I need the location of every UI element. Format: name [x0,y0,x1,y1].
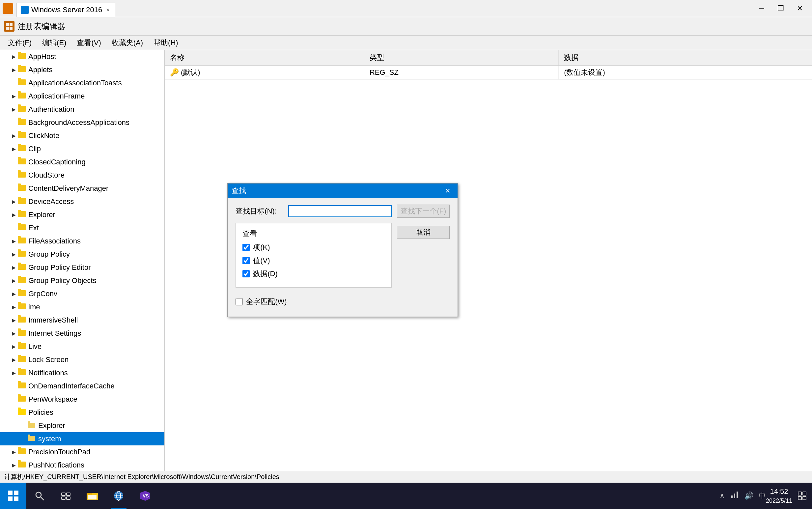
tree-item[interactable]: Ext [0,222,164,235]
check-values-input[interactable] [242,257,250,264]
tree-item[interactable]: ClosedCaptioning [0,156,164,169]
tree-item[interactable]: ▶Authentication [0,103,164,116]
cancel-button[interactable]: 取消 [397,226,450,239]
tree-arrow[interactable]: ▶ [10,198,18,206]
tree-item[interactable]: OnDemandInterfaceCache [0,379,164,393]
close-button[interactable]: ✕ [790,1,809,16]
table-row[interactable]: 🔑(默认)REG_SZ(数值未设置) [165,66,812,80]
tree-item[interactable]: ▶Clip [0,142,164,156]
tree-arrow[interactable]: ▶ [10,145,18,153]
check-data-label[interactable]: 数据(D) [253,269,278,279]
folder-icon [18,184,26,193]
menu-help[interactable]: 帮助(H) [148,36,183,50]
reg-type: REG_SZ [364,66,558,80]
maximize-button[interactable]: ❐ [771,1,790,16]
tree-arrow[interactable]: ▶ [10,250,18,258]
tree-item[interactable]: ▶Group Policy Objects [0,274,164,287]
tree-item[interactable]: ▶Live [0,340,164,353]
tree-arrow[interactable]: ▶ [10,66,18,74]
tree-arrow[interactable]: ▶ [10,448,18,456]
tree-item[interactable]: Explorer [0,419,164,432]
window-controls: ─ ❐ ✕ [752,1,809,16]
tree-arrow[interactable]: ▶ [10,303,18,311]
find-input[interactable] [288,205,392,217]
tree-arrow[interactable]: ▶ [10,316,18,324]
tree-arrow[interactable]: ▶ [10,369,18,377]
tree-item[interactable]: ▶Notifications [0,366,164,379]
taskbar-search-button[interactable] [26,483,53,509]
tree-arrow[interactable]: ▶ [10,237,18,245]
menu-view[interactable]: 查看(V) [71,36,106,50]
tree-arrow[interactable]: ▶ [10,53,18,61]
tree-item[interactable]: ▶Group Policy Editor [0,261,164,274]
start-button[interactable] [0,483,26,509]
tree-item[interactable]: ContentDeliveryManager [0,182,164,195]
find-next-button[interactable]: 查找下一个(F) [397,205,450,218]
tree-arrow[interactable]: ▶ [10,92,18,100]
main-tab[interactable]: Windows Server 2016 × [16,3,115,17]
tree-item[interactable]: ▶PushNotifications [0,459,164,471]
tree-item[interactable]: ▶Group Policy [0,248,164,261]
find-label: 查找目标(N): [236,206,288,216]
svg-rect-30 [737,491,738,498]
tree-item[interactable]: ▶AppHost [0,50,164,63]
clock[interactable]: 14:52 2022/5/11 [766,486,792,505]
menu-edit[interactable]: 编辑(E) [37,36,71,50]
check-data-input[interactable] [242,270,250,277]
tree-item[interactable]: ▶ApplicationFrame [0,90,164,103]
tree-arrow[interactable]: ▶ [10,277,18,285]
tree-item[interactable]: Policies [0,406,164,419]
find-dialog[interactable]: 查找 ✕ 查找目标(N): 查找下一个(F) 查看 项(K) [227,183,458,317]
tree-item[interactable]: ▶Applets [0,63,164,76]
menu-favorites[interactable]: 收藏夹(A) [106,36,148,50]
tree-arrow[interactable]: ▶ [10,356,18,364]
taskbar-dev[interactable]: VS [132,483,158,509]
tray-chevron[interactable]: ∧ [719,491,725,500]
action-center[interactable] [792,483,812,509]
taskbar-file-explorer[interactable] [79,483,105,509]
tree-arrow[interactable]: ▶ [10,105,18,113]
tree-arrow[interactable]: ▶ [10,264,18,271]
tab-close-btn[interactable]: × [106,7,110,13]
folder-icon [18,53,26,61]
tree-item-label: AppHost [28,53,56,61]
folder-icon [18,92,26,100]
check-items-input[interactable] [242,244,250,251]
tree-item[interactable]: ▶ime [0,301,164,314]
tree-item[interactable]: ApplicationAssociationToasts [0,76,164,90]
check-values-label[interactable]: 值(V) [253,256,270,266]
tree-item[interactable]: ▶Explorer [0,208,164,222]
tree-arrow[interactable]: ▶ [10,211,18,219]
dialog-close-button[interactable]: ✕ [442,185,454,197]
check-values-row: 值(V) [242,256,385,266]
tree-arrow[interactable]: ▶ [10,132,18,140]
tree-item[interactable]: ▶PrecisionTouchPad [0,445,164,459]
minimize-button[interactable]: ─ [752,1,771,16]
tree-item[interactable]: ▶Internet Settings [0,327,164,340]
tree-item[interactable]: PenWorkspace [0,393,164,406]
tree-item[interactable]: ▶GrpConv [0,287,164,301]
folder-icon [18,461,26,470]
tree-arrow[interactable]: ▶ [10,461,18,469]
tray-volume[interactable]: 🔊 [744,491,753,500]
tree-arrow[interactable]: ▶ [10,343,18,350]
svg-rect-34 [803,497,806,500]
tree-item[interactable]: ▶FileAssociations [0,235,164,248]
tree-item[interactable]: BackgroundAccessApplications [0,116,164,129]
whole-word-label[interactable]: 全字匹配(W) [246,297,287,307]
tree-item[interactable]: system [0,432,164,445]
tray-ime[interactable]: 中 [758,491,766,501]
tree-item[interactable]: ▶Lock Screen [0,353,164,366]
tree-item[interactable]: ▶ClickNote [0,129,164,142]
whole-word-input[interactable] [236,298,243,305]
tree-item[interactable]: ▶DeviceAccess [0,195,164,208]
menu-file[interactable]: 文件(F) [3,36,37,50]
tree-arrow[interactable]: ▶ [10,330,18,337]
task-view-button[interactable] [53,483,79,509]
tray-network[interactable] [730,490,739,501]
tree-item[interactable]: CloudStore [0,169,164,182]
tree-item[interactable]: ▶ImmersiveShell [0,314,164,327]
check-items-label[interactable]: 项(K) [253,242,270,252]
tree-arrow[interactable]: ▶ [10,290,18,298]
taskbar-ie[interactable] [105,483,132,509]
